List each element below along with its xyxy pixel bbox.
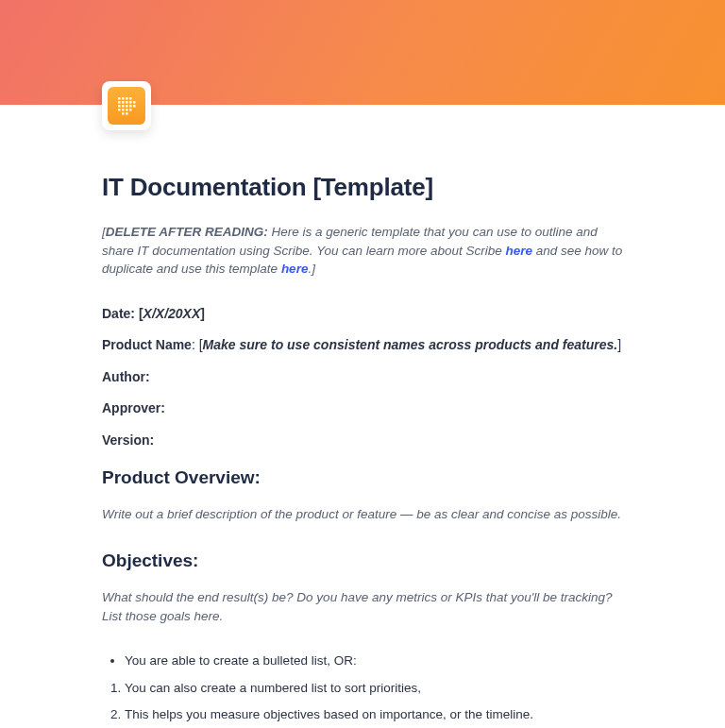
svg-rect-4 bbox=[118, 101, 121, 104]
objectives-desc: What should the end result(s) be? Do you… bbox=[102, 588, 623, 627]
grid-icon-svg bbox=[116, 95, 137, 116]
product-brackets: : [ bbox=[192, 337, 203, 352]
product-note: Make sure to use consistent names across… bbox=[203, 337, 618, 352]
list-item: You are able to create a bulleted list, … bbox=[125, 652, 623, 669]
delete-after-reading-label: DELETE AFTER READING: bbox=[106, 225, 268, 239]
svg-rect-10 bbox=[122, 105, 125, 108]
grid-icon bbox=[108, 87, 145, 125]
svg-rect-13 bbox=[133, 105, 136, 108]
version-field: Version: bbox=[102, 432, 623, 450]
list-item: You can also create a numbered list to s… bbox=[125, 680, 623, 697]
intro-suffix: .] bbox=[308, 262, 315, 276]
product-label: Product Name bbox=[102, 337, 192, 352]
author-field: Author: bbox=[102, 368, 623, 387]
duplicate-template-link[interactable]: here bbox=[281, 262, 309, 276]
date-value: X/X/20XX bbox=[143, 306, 201, 321]
intro-paragraph: [DELETE AFTER READING: Here is a generic… bbox=[102, 223, 623, 279]
banner-gradient bbox=[0, 0, 725, 105]
objectives-heading: Objectives: bbox=[102, 550, 623, 571]
page-title: IT Documentation [Template] bbox=[102, 173, 623, 202]
svg-rect-19 bbox=[126, 112, 128, 115]
svg-rect-18 bbox=[122, 112, 125, 115]
version-label: Version: bbox=[102, 432, 154, 448]
date-label: Date: [ bbox=[102, 306, 143, 321]
objectives-bulleted-list: You are able to create a bulleted list, … bbox=[102, 652, 623, 669]
svg-rect-3 bbox=[129, 97, 132, 100]
approver-field: Approver: bbox=[102, 399, 623, 418]
list-item: This helps you measure objectives based … bbox=[125, 706, 623, 723]
svg-rect-9 bbox=[118, 105, 121, 108]
product-overview-heading: Product Overview: bbox=[102, 467, 623, 488]
document-body: IT Documentation [Template] [DELETE AFTE… bbox=[0, 105, 725, 728]
svg-rect-14 bbox=[118, 109, 121, 111]
svg-rect-15 bbox=[122, 109, 125, 111]
svg-rect-11 bbox=[126, 105, 128, 108]
svg-rect-8 bbox=[133, 101, 136, 104]
svg-rect-17 bbox=[129, 109, 132, 111]
product-close: ] bbox=[617, 337, 621, 352]
date-field: Date: [X/X/20XX] bbox=[102, 305, 623, 324]
svg-rect-6 bbox=[126, 101, 128, 104]
product-name-field: Product Name: [Make sure to use consiste… bbox=[102, 336, 623, 355]
svg-rect-12 bbox=[129, 105, 132, 108]
objectives-numbered-list: You can also create a numbered list to s… bbox=[102, 680, 623, 723]
date-close: ] bbox=[200, 306, 205, 321]
product-overview-desc: Write out a brief description of the pro… bbox=[102, 505, 623, 524]
svg-rect-7 bbox=[129, 101, 132, 104]
svg-rect-16 bbox=[126, 109, 128, 111]
author-label: Author: bbox=[102, 369, 150, 384]
svg-rect-1 bbox=[122, 97, 125, 100]
app-icon-card bbox=[102, 81, 151, 130]
approver-label: Approver: bbox=[102, 400, 165, 415]
svg-rect-0 bbox=[118, 97, 121, 100]
svg-rect-5 bbox=[122, 101, 125, 104]
learn-more-link[interactable]: here bbox=[506, 244, 533, 258]
svg-rect-2 bbox=[126, 97, 128, 100]
